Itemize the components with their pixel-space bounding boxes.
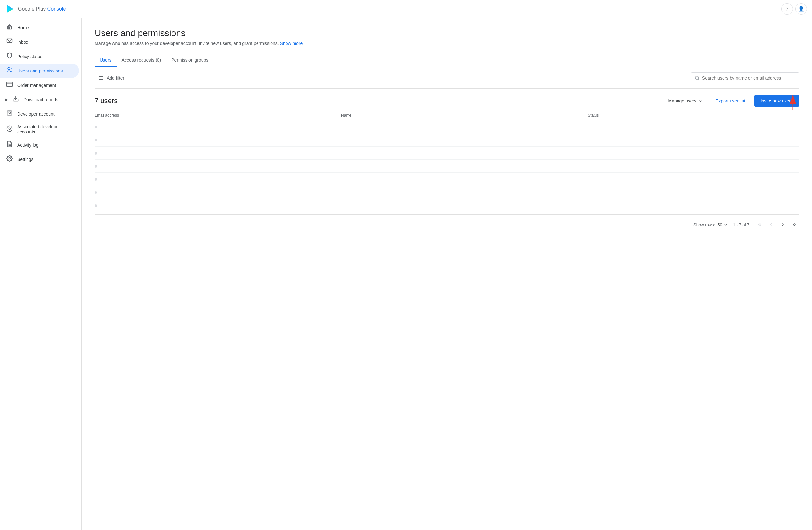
rows-per-page: Show rows: 50 xyxy=(694,222,728,227)
svg-point-22 xyxy=(695,76,699,79)
sidebar-item-activity[interactable]: Activity log xyxy=(0,137,79,152)
add-filter-label: Add filter xyxy=(107,75,124,80)
order-icon xyxy=(6,81,13,89)
users-header: 7 users Manage users Export user list In… xyxy=(95,89,799,111)
sidebar-item-label-home: Home xyxy=(17,25,29,30)
sidebar-item-users-permissions[interactable]: Users and permissions xyxy=(0,63,79,78)
page-subtitle-text: Manage who has access to your developer … xyxy=(95,41,279,46)
sidebar-item-label-associated: Associated developer accounts xyxy=(17,124,74,134)
svg-point-5 xyxy=(8,68,10,70)
svg-point-12 xyxy=(7,126,13,131)
manage-users-button[interactable]: Manage users xyxy=(664,96,707,106)
page-title: Users and permissions xyxy=(95,28,799,38)
table-header-row: Email address Name Status xyxy=(95,111,799,120)
sidebar-item-developer[interactable]: Developer account xyxy=(0,107,79,121)
help-button[interactable]: ? xyxy=(781,3,793,15)
users-table: Email address Name Status xyxy=(95,111,799,212)
export-button[interactable]: Export user list xyxy=(712,96,749,106)
shield-icon xyxy=(6,53,13,60)
topbar-left: Google Play Console xyxy=(5,4,66,14)
search-input[interactable] xyxy=(702,75,795,80)
topbar: Google Play Console ? 👤 xyxy=(0,0,812,18)
pagination-nav xyxy=(754,220,799,230)
logo-text: Google Play Console xyxy=(18,6,66,12)
help-icon: ? xyxy=(785,6,788,12)
add-filter-button[interactable]: Add filter xyxy=(95,73,128,83)
account-button[interactable]: 👤 xyxy=(795,3,807,15)
table-row xyxy=(95,186,799,199)
developer-icon xyxy=(6,110,13,118)
home-icon xyxy=(6,24,13,32)
sidebar-item-inbox[interactable]: Inbox xyxy=(0,35,79,49)
table-row xyxy=(95,120,799,133)
tab-permission-groups[interactable]: Permission groups xyxy=(166,54,213,68)
search-icon xyxy=(695,75,699,80)
svg-point-13 xyxy=(9,128,11,129)
logo-text-blue: Console xyxy=(47,6,66,12)
table-row xyxy=(95,147,799,160)
expand-arrow-download: ▶ xyxy=(5,98,8,102)
pagination: Show rows: 50 1 - 7 of 7 xyxy=(95,214,799,235)
sidebar-item-order[interactable]: Order management xyxy=(0,78,79,92)
search-box[interactable] xyxy=(691,73,799,83)
next-page-button[interactable] xyxy=(778,220,788,230)
last-page-icon xyxy=(792,222,797,227)
download-icon xyxy=(13,95,19,103)
main-content: Users and permissions Manage who has acc… xyxy=(82,18,812,530)
table-body xyxy=(95,120,799,212)
sidebar-item-associated[interactable]: Associated developer accounts xyxy=(0,121,79,137)
last-page-button[interactable] xyxy=(789,220,799,230)
svg-rect-6 xyxy=(7,82,13,86)
tab-access-requests[interactable]: Access requests (0) xyxy=(117,54,166,68)
sidebar: Home Inbox Policy status Users and permi… xyxy=(0,18,82,530)
col-name: Name xyxy=(341,111,588,120)
users-icon xyxy=(6,67,13,75)
users-actions: Manage users Export user list Invite new… xyxy=(664,95,799,107)
account-icon: 👤 xyxy=(798,6,804,12)
sidebar-item-label-download: Download reports xyxy=(23,97,58,102)
layout: Home Inbox Policy status Users and permi… xyxy=(0,18,812,530)
pagination-range: 1 - 7 of 7 xyxy=(733,222,749,227)
logo-icon xyxy=(5,4,15,14)
invite-new-users-button[interactable]: Invite new users xyxy=(754,95,799,107)
svg-rect-9 xyxy=(8,111,12,115)
svg-line-23 xyxy=(698,79,699,80)
rows-value: 50 xyxy=(717,222,722,227)
sidebar-item-label-policy: Policy status xyxy=(17,54,43,59)
show-more-link[interactable]: Show more xyxy=(280,41,303,46)
inbox-icon xyxy=(6,38,13,46)
sidebar-item-label-settings: Settings xyxy=(17,157,33,162)
filter-bar: Add filter xyxy=(95,68,799,89)
svg-point-16 xyxy=(9,158,11,159)
prev-page-icon xyxy=(769,222,774,227)
table-row xyxy=(95,133,799,147)
sidebar-item-home[interactable]: Home xyxy=(0,20,79,35)
topbar-right: ? 👤 xyxy=(781,3,807,15)
sidebar-item-label-users: Users and permissions xyxy=(17,68,63,73)
tabs-container: Users Access requests (0) Permission gro… xyxy=(95,54,799,68)
sidebar-item-settings[interactable]: Settings xyxy=(0,152,79,166)
next-page-icon xyxy=(780,222,785,227)
sidebar-item-label-order: Order management xyxy=(17,83,56,88)
dropdown-icon xyxy=(698,98,703,103)
table-row xyxy=(95,199,799,212)
rows-dropdown-icon xyxy=(724,222,728,227)
tab-users[interactable]: Users xyxy=(95,54,117,68)
filter-icon xyxy=(98,75,104,81)
first-page-button[interactable] xyxy=(754,220,765,230)
rows-select[interactable]: 50 xyxy=(717,222,728,227)
activity-icon xyxy=(6,141,13,149)
prev-page-button[interactable] xyxy=(766,220,776,230)
col-status: Status xyxy=(588,111,799,120)
sidebar-item-label-inbox: Inbox xyxy=(17,40,28,45)
settings-icon xyxy=(6,155,13,163)
users-count: 7 users xyxy=(95,97,118,105)
sidebar-item-label-activity: Activity log xyxy=(17,143,39,147)
table-row xyxy=(95,173,799,186)
first-page-icon xyxy=(757,222,762,227)
table-row xyxy=(95,160,799,173)
sidebar-item-download[interactable]: ▶ Download reports xyxy=(0,92,79,107)
sidebar-item-policy[interactable]: Policy status xyxy=(0,49,79,63)
col-email: Email address xyxy=(95,111,341,120)
sidebar-item-label-developer: Developer account xyxy=(17,112,55,117)
